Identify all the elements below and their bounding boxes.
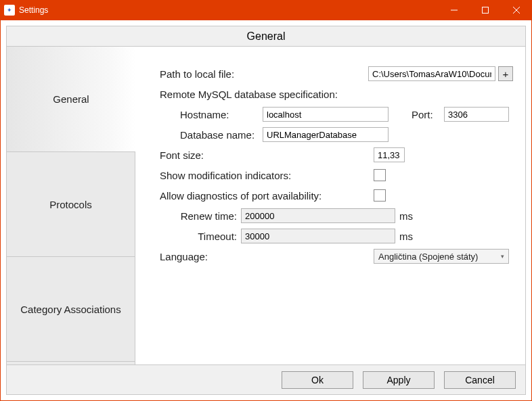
cancel-label: Cancel	[465, 375, 495, 385]
renew-label: Renew time:	[180, 210, 241, 222]
content-pane: Path to local file: + Remote MySQL datab…	[135, 47, 525, 364]
port-label: Port:	[412, 109, 444, 120]
footer: Ok Apply Cancel	[7, 364, 525, 394]
hostname-input[interactable]	[263, 107, 389, 122]
dbname-label: Database name:	[180, 129, 263, 141]
timeout-label: Timeout:	[180, 231, 241, 242]
apply-button[interactable]: Apply	[363, 371, 435, 389]
close-button[interactable]	[501, 0, 532, 20]
timeout-unit: ms	[399, 231, 413, 242]
svg-rect-1	[483, 7, 489, 14]
sidebar-item-label: General	[53, 93, 89, 105]
browse-button[interactable]: +	[498, 66, 513, 81]
path-input[interactable]	[368, 66, 495, 81]
renew-input[interactable]	[241, 208, 395, 223]
path-label: Path to local file:	[160, 68, 234, 80]
language-select[interactable]: Angličtina (Spojené státy) ▾	[374, 249, 509, 264]
sidebar-item-general[interactable]: General	[7, 47, 135, 151]
dbname-input[interactable]	[263, 127, 389, 142]
language-value: Angličtina (Spojené státy)	[378, 252, 478, 262]
titlebar: ✦ Settings	[0, 0, 532, 20]
sidebar-item-protocols[interactable]: Protocols	[7, 151, 135, 256]
page-header: General	[7, 26, 525, 47]
language-label: Language:	[160, 251, 374, 262]
showmod-label: Show modification indicators:	[160, 170, 374, 181]
plus-icon: +	[503, 68, 509, 80]
fontsize-input[interactable]	[374, 147, 405, 162]
fontsize-label: Font size:	[160, 149, 374, 161]
hostname-label: Hostname:	[180, 109, 263, 120]
allowdiag-label: Allow diagnostics of port availability:	[160, 190, 374, 202]
ok-label: Ok	[311, 375, 324, 385]
app-icon: ✦	[4, 5, 15, 16]
sidebar-item-label: Category Associations	[20, 304, 120, 315]
timeout-input[interactable]	[241, 229, 395, 243]
ok-button[interactable]: Ok	[282, 371, 353, 389]
window-title: Settings	[19, 5, 439, 15]
sidebar: General Protocols Category Associations	[7, 47, 135, 364]
mysql-spec-label: Remote MySQL database specification:	[160, 89, 338, 100]
apply-label: Apply	[386, 375, 410, 385]
port-input[interactable]	[444, 107, 509, 122]
sidebar-item-category-associations[interactable]: Category Associations	[7, 256, 135, 361]
cancel-button[interactable]: Cancel	[444, 371, 516, 389]
chevron-down-icon: ▾	[501, 253, 504, 260]
allowdiag-checkbox[interactable]	[374, 189, 386, 202]
sidebar-item-label: Protocols	[49, 199, 92, 210]
renew-unit: ms	[399, 210, 413, 222]
minimize-button[interactable]	[439, 0, 470, 20]
showmod-checkbox[interactable]	[374, 169, 386, 181]
maximize-button[interactable]	[470, 0, 501, 20]
